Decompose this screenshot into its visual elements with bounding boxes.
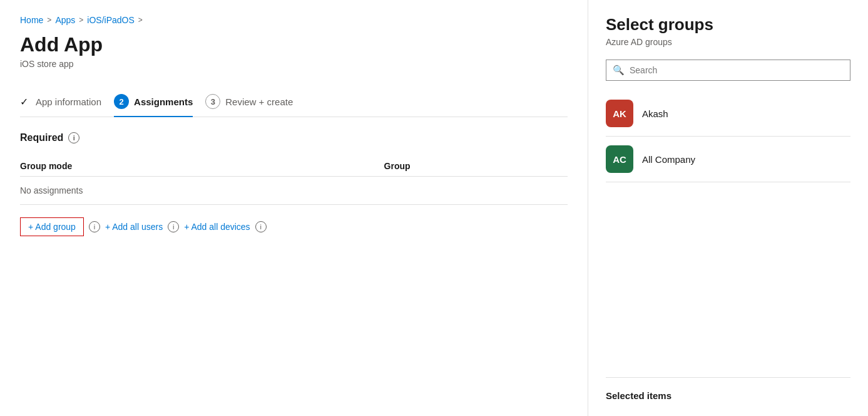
checkmark-icon: ✓ [20,96,28,108]
step-review-create[interactable]: 3 Review + create [205,86,305,117]
add-group-button[interactable]: + Add group [20,217,84,236]
required-label: Required [20,132,63,143]
steps-nav: ✓ App information 2 Assignments 3 Review… [20,86,568,117]
col-group: Group [384,156,568,177]
breadcrumb-sep-3: > [138,16,143,24]
panel-subtitle: Azure AD groups [606,37,850,47]
step-assignments[interactable]: 2 Assignments [114,86,205,117]
step-review-create-label: Review + create [225,96,293,107]
assignments-table: Group mode Group No assignments [20,156,568,205]
right-panel: Select groups Azure AD groups 🔍 AK Akash… [588,0,868,416]
required-info-icon[interactable]: i [68,132,79,143]
search-icon: 🔍 [613,65,625,76]
group-item-akash[interactable]: AK Akash [606,91,850,137]
selected-items-title: Selected items [606,390,850,401]
breadcrumb-sep-1: > [47,16,51,24]
page-subtitle: iOS store app [20,59,568,69]
add-group-info-icon[interactable]: i [89,221,100,232]
add-all-devices-link[interactable]: + Add all devices [184,222,250,232]
left-panel: Home > Apps > iOS/iPadOS > Add App iOS s… [0,0,588,416]
required-section-title: Required i [20,132,568,143]
avatar-akash: AK [606,100,633,127]
col-group-mode: Group mode [20,156,384,177]
breadcrumb: Home > Apps > iOS/iPadOS > [20,15,568,25]
page-title: Add App [20,33,568,56]
action-bar: + Add group i + Add all users i + Add al… [20,217,568,236]
breadcrumb-home[interactable]: Home [20,15,43,25]
add-all-devices-info-icon[interactable]: i [255,221,267,232]
breadcrumb-apps[interactable]: Apps [55,15,75,25]
search-input[interactable] [630,65,844,75]
table-row: No assignments [20,177,568,205]
step-app-information-label: App information [36,96,101,107]
panel-title: Select groups [606,15,850,34]
avatar-all-company: AC [606,145,633,173]
add-all-users-info-icon[interactable]: i [168,221,179,232]
empty-assignments: No assignments [20,177,568,205]
breadcrumb-sep-2: > [79,16,83,24]
step-3-number: 3 [205,94,220,109]
group-item-all-company[interactable]: AC All Company [606,137,850,182]
step-2-number: 2 [114,94,129,109]
group-name-akash: Akash [642,108,668,119]
step-app-information[interactable]: ✓ App information [20,88,114,115]
group-name-all-company: All Company [642,154,695,165]
add-all-users-link[interactable]: + Add all users [105,222,163,232]
breadcrumb-ios[interactable]: iOS/iPadOS [87,15,134,25]
step-assignments-label: Assignments [134,96,193,107]
search-box[interactable]: 🔍 [606,60,850,81]
